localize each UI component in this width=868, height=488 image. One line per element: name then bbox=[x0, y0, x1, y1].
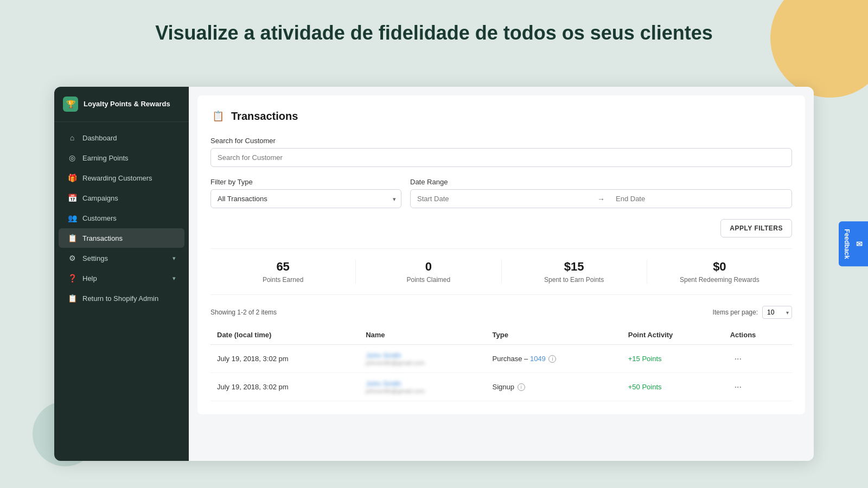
row2-type-cell: Signup i bbox=[486, 373, 622, 401]
col-header-point-activity: Point Activity bbox=[622, 325, 724, 345]
row1-type-cell: Purchase – 1049 i bbox=[486, 345, 622, 373]
col-header-name: Name bbox=[359, 325, 486, 345]
sidebar-nav: ⌂ Dashboard ◎ Earning Points 🎁 Rewarding… bbox=[54, 122, 189, 461]
start-date-input[interactable] bbox=[411, 190, 593, 208]
transactions-table: Date (local time) Name Type Point Activi… bbox=[210, 325, 792, 401]
sidebar-item-label-transactions: Transactions bbox=[82, 234, 123, 242]
sidebar-item-transactions[interactable]: 📋 Transactions bbox=[59, 228, 184, 248]
sidebar-item-campaigns[interactable]: 📅 Campaigns bbox=[59, 188, 184, 208]
row2-points: +50 Points bbox=[622, 373, 724, 401]
items-per-page-label: Items per page: bbox=[713, 309, 758, 316]
row1-email: johnsmith@gmail.com bbox=[366, 359, 479, 366]
apply-filters-button[interactable]: APPLY FILTERS bbox=[720, 219, 792, 237]
table-row: July 19, 2018, 3:02 pm John Smith johnsm… bbox=[210, 373, 792, 401]
stat-points-claimed: 0 Points Claimed bbox=[356, 260, 501, 284]
col-header-actions: Actions bbox=[724, 325, 792, 345]
logo-icon-glyph: 🏆 bbox=[66, 100, 75, 108]
sidebar: 🏆 Loyalty Points & Rewards ⌂ Dashboard ◎… bbox=[54, 87, 189, 461]
main-content: 📋 Transactions Search for Customer Filte… bbox=[189, 87, 814, 461]
settings-icon: ⚙ bbox=[67, 253, 77, 263]
sidebar-item-earning-points[interactable]: ◎ Earning Points bbox=[59, 148, 184, 168]
row1-points-value: +15 Points bbox=[628, 355, 662, 363]
date-arrow-icon: → bbox=[593, 195, 609, 203]
row1-date: July 19, 2018, 3:02 pm bbox=[210, 345, 359, 373]
showing-text: Showing 1-2 of 2 items bbox=[210, 309, 277, 316]
row1-type-link[interactable]: 1049 bbox=[530, 355, 546, 363]
stat-value-spent-redeeming: $0 bbox=[647, 260, 792, 274]
stat-value-points-earned: 65 bbox=[210, 260, 355, 274]
sidebar-item-label-help: Help bbox=[82, 274, 97, 282]
row2-email: johnsmith@gmail.com bbox=[366, 388, 479, 394]
stat-spent-earn: $15 Spent to Earn Points bbox=[502, 260, 647, 284]
feedback-tab[interactable]: ✉ Feedback bbox=[839, 221, 868, 266]
filter-type-select[interactable]: All Transactions Points Earned Points Cl… bbox=[210, 189, 401, 208]
table-info-bar: Showing 1-2 of 2 items Items per page: 1… bbox=[210, 306, 792, 319]
stat-points-earned: 65 Points Earned bbox=[210, 260, 356, 284]
end-date-input[interactable] bbox=[609, 190, 792, 208]
settings-chevron-icon: ▾ bbox=[173, 255, 176, 262]
sidebar-item-label-campaigns: Campaigns bbox=[82, 194, 118, 202]
sidebar-item-rewarding-customers[interactable]: 🎁 Rewarding Customers bbox=[59, 168, 184, 188]
row2-type-text: Signup bbox=[493, 383, 514, 391]
main-wrapper: 🏆 Loyalty Points & Rewards ⌂ Dashboard ◎… bbox=[54, 87, 814, 461]
return-shopify-icon: 📋 bbox=[67, 293, 77, 303]
row1-name[interactable]: John Smith bbox=[366, 351, 401, 359]
stat-label-points-earned: Points Earned bbox=[210, 276, 355, 284]
transactions-card: 📋 Transactions Search for Customer Filte… bbox=[197, 95, 805, 414]
row2-name-cell: John Smith johnsmith@gmail.com bbox=[359, 373, 486, 401]
help-chevron-icon: ▾ bbox=[173, 275, 176, 282]
filter-type-select-wrapper: All Transactions Points Earned Points Cl… bbox=[210, 189, 401, 208]
row1-name-text: John Smith bbox=[366, 351, 401, 359]
customers-icon: 👥 bbox=[67, 213, 77, 223]
sidebar-item-label-earning-points: Earning Points bbox=[82, 154, 129, 162]
table-header-row: Date (local time) Name Type Point Activi… bbox=[210, 325, 792, 345]
table-body: July 19, 2018, 3:02 pm John Smith johnsm… bbox=[210, 345, 792, 401]
hero-title: Visualize a atividade de fidelidade de t… bbox=[0, 22, 868, 44]
dashboard-icon: ⌂ bbox=[67, 133, 77, 143]
bg-decoration-circle bbox=[770, 0, 868, 98]
row2-name[interactable]: John Smith bbox=[366, 380, 401, 388]
row2-points-value: +50 Points bbox=[628, 383, 662, 391]
filter-type-group: Filter by Type All Transactions Points E… bbox=[210, 178, 401, 208]
stat-spent-redeeming: $0 Spent Redeeming Rewards bbox=[647, 260, 792, 284]
per-page-select[interactable]: 10 25 50 100 bbox=[762, 306, 792, 319]
sidebar-item-help[interactable]: ❓ Help ▾ bbox=[59, 268, 184, 288]
search-section: Search for Customer bbox=[210, 137, 792, 167]
stat-label-spent-redeeming: Spent Redeeming Rewards bbox=[647, 276, 792, 284]
sidebar-item-label-rewarding-customers: Rewarding Customers bbox=[82, 174, 152, 182]
sidebar-item-customers[interactable]: 👥 Customers bbox=[59, 208, 184, 228]
search-input[interactable] bbox=[210, 148, 792, 167]
table-header: Date (local time) Name Type Point Activi… bbox=[210, 325, 792, 345]
col-header-type: Type bbox=[486, 325, 622, 345]
sidebar-item-label-settings: Settings bbox=[82, 254, 108, 262]
sidebar-item-dashboard[interactable]: ⌂ Dashboard bbox=[59, 128, 184, 147]
sidebar-item-settings[interactable]: ⚙ Settings ▾ bbox=[59, 248, 184, 268]
stat-value-spent-earn: $15 bbox=[502, 260, 647, 274]
sidebar-item-label-customers: Customers bbox=[82, 214, 117, 222]
row1-type-text: Purchase – bbox=[493, 355, 530, 363]
page-header-icon: 📋 bbox=[210, 108, 226, 124]
filters-row: Filter by Type All Transactions Points E… bbox=[210, 178, 792, 208]
items-per-page-control: Items per page: 10 25 50 100 ▾ bbox=[713, 306, 792, 319]
feedback-icon: ✉ bbox=[855, 240, 864, 248]
sidebar-item-label-return-shopify: Return to Shopify Admin bbox=[82, 294, 158, 303]
search-label: Search for Customer bbox=[210, 137, 792, 145]
page-header: 📋 Transactions bbox=[210, 108, 792, 124]
date-range-label: Date Range bbox=[410, 178, 792, 186]
help-icon: ❓ bbox=[67, 273, 77, 283]
row2-actions-button[interactable]: ··· bbox=[730, 380, 746, 394]
sidebar-item-return-shopify[interactable]: 📋 Return to Shopify Admin bbox=[59, 288, 184, 308]
stat-value-points-claimed: 0 bbox=[356, 260, 501, 274]
row2-actions-cell: ··· bbox=[724, 373, 792, 401]
stat-label-points-claimed: Points Claimed bbox=[356, 276, 501, 284]
table-row: July 19, 2018, 3:02 pm John Smith johnsm… bbox=[210, 345, 792, 373]
filter-date-group: Date Range → bbox=[410, 178, 792, 208]
row1-name-cell: John Smith johnsmith@gmail.com bbox=[359, 345, 486, 373]
feedback-label: Feedback bbox=[843, 229, 851, 259]
row1-actions-cell: ··· bbox=[724, 345, 792, 373]
stats-row: 65 Points Earned 0 Points Claimed $15 Sp… bbox=[210, 248, 792, 295]
row1-actions-button[interactable]: ··· bbox=[730, 352, 746, 366]
row2-info-icon: i bbox=[518, 383, 525, 391]
rewarding-customers-icon: 🎁 bbox=[67, 173, 77, 183]
apply-filters-wrapper: APPLY FILTERS bbox=[210, 219, 792, 237]
